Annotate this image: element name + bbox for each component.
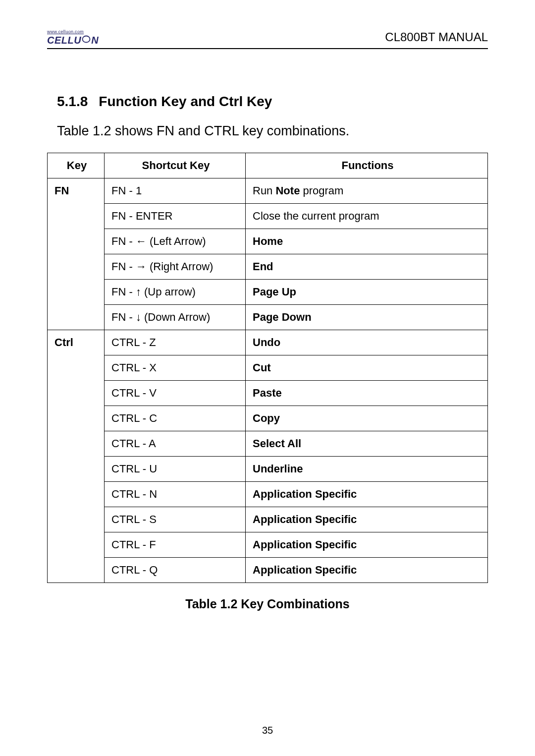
header-shortcut: Shortcut Key <box>105 153 246 178</box>
func-bold: Note <box>275 184 300 197</box>
function-cell: Application Specific <box>246 507 488 532</box>
function-cell: Application Specific <box>246 482 488 507</box>
page-header: www.celluon.com CELLU N CL800BT MANUAL <box>47 30 488 49</box>
shortcut-cell: FN - ↑ (Up arrow) <box>105 280 246 305</box>
func-bold: Home <box>253 235 283 247</box>
func-bold: Copy <box>253 412 280 424</box>
logo-text-right: N <box>91 35 99 45</box>
key-cell-fn: FN <box>48 178 105 330</box>
table-caption: Table 1.2 Key Combinations <box>47 597 488 611</box>
shortcut-cell: CTRL - N <box>105 482 246 507</box>
table-row: FN - ENTER Close the current program <box>48 204 488 229</box>
table-row: CTRL - A Select All <box>48 431 488 457</box>
shortcut-cell: CTRL - X <box>105 355 246 381</box>
section-heading: 5.1.8Function Key and Ctrl Key <box>57 94 488 110</box>
content: 5.1.8Function Key and Ctrl Key Table 1.2… <box>47 94 488 611</box>
function-cell: Application Specific <box>246 558 488 583</box>
page-number: 35 <box>0 725 535 736</box>
header-functions: Functions <box>246 153 488 178</box>
svg-point-0 <box>83 36 90 43</box>
shortcut-cell: CTRL - A <box>105 431 246 457</box>
logo-ring-icon <box>82 35 91 45</box>
table-row: FN FN - 1 Run Note program <box>48 178 488 204</box>
func-text: program <box>300 184 343 197</box>
table-row: FN - ← (Left Arrow) Home <box>48 229 488 254</box>
section-title: Function Key and Ctrl Key <box>99 94 272 109</box>
table-row: FN - ↓ (Down Arrow) Page Down <box>48 305 488 330</box>
table-row: CTRL - V Paste <box>48 381 488 406</box>
function-cell: Close the current program <box>246 204 488 229</box>
table-row: CTRL - U Underline <box>48 457 488 482</box>
table-row: CTRL - C Copy <box>48 406 488 431</box>
function-cell: Cut <box>246 355 488 381</box>
func-bold: Application Specific <box>253 538 357 551</box>
function-cell: Home <box>246 229 488 254</box>
func-bold: Cut <box>253 361 271 374</box>
func-bold: End <box>253 260 273 273</box>
function-cell: Paste <box>246 381 488 406</box>
table-row: CTRL - Q Application Specific <box>48 558 488 583</box>
table-row: FN - ↑ (Up arrow) Page Up <box>48 280 488 305</box>
function-cell: Select All <box>246 431 488 457</box>
func-bold: Page Up <box>253 286 296 298</box>
func-bold: Application Specific <box>253 513 357 525</box>
logo-text-left: CELLU <box>47 35 81 45</box>
table-header-row: Key Shortcut Key Functions <box>48 153 488 178</box>
section-intro: Table 1.2 shows FN and CTRL key combinat… <box>57 123 488 139</box>
table-row: CTRL - N Application Specific <box>48 482 488 507</box>
shortcut-cell: FN - ← (Left Arrow) <box>105 229 246 254</box>
func-bold: Undo <box>253 336 280 349</box>
function-cell: Run Note program <box>246 178 488 204</box>
func-bold: Select All <box>253 437 301 450</box>
func-bold: Underline <box>253 463 303 475</box>
shortcut-cell: CTRL - S <box>105 507 246 532</box>
shortcut-cell: CTRL - C <box>105 406 246 431</box>
func-bold: Application Specific <box>253 564 357 576</box>
key-cell-ctrl: Ctrl <box>48 330 105 583</box>
function-cell: Undo <box>246 330 488 355</box>
func-text: Run <box>253 184 275 197</box>
key-combinations-table: Key Shortcut Key Functions FN FN - 1 Run… <box>47 153 488 583</box>
function-cell: Application Specific <box>246 532 488 558</box>
table-row: Ctrl CTRL - Z Undo <box>48 330 488 355</box>
document-title: CL800BT MANUAL <box>385 30 488 45</box>
shortcut-cell: CTRL - Q <box>105 558 246 583</box>
table-row: CTRL - S Application Specific <box>48 507 488 532</box>
func-bold: Page Down <box>253 311 312 323</box>
shortcut-cell: CTRL - F <box>105 532 246 558</box>
header-key: Key <box>48 153 105 178</box>
shortcut-cell: CTRL - U <box>105 457 246 482</box>
section-number: 5.1.8 <box>57 94 88 110</box>
func-bold: Application Specific <box>253 488 357 500</box>
table-row: FN - → (Right Arrow) End <box>48 254 488 280</box>
logo-block: www.celluon.com CELLU N <box>47 30 99 45</box>
shortcut-cell: FN - ENTER <box>105 204 246 229</box>
page: www.celluon.com CELLU N CL800BT MANUAL 5… <box>0 0 535 756</box>
function-cell: Page Up <box>246 280 488 305</box>
logo-brand: CELLU N <box>47 35 99 45</box>
shortcut-cell: FN - ↓ (Down Arrow) <box>105 305 246 330</box>
shortcut-cell: CTRL - Z <box>105 330 246 355</box>
table-row: CTRL - F Application Specific <box>48 532 488 558</box>
logo-url: www.celluon.com <box>47 30 99 34</box>
table-row: CTRL - X Cut <box>48 355 488 381</box>
function-cell: Copy <box>246 406 488 431</box>
func-bold: Paste <box>253 387 282 399</box>
function-cell: Page Down <box>246 305 488 330</box>
shortcut-cell: FN - 1 <box>105 178 246 204</box>
function-cell: Underline <box>246 457 488 482</box>
shortcut-cell: CTRL - V <box>105 381 246 406</box>
shortcut-cell: FN - → (Right Arrow) <box>105 254 246 280</box>
function-cell: End <box>246 254 488 280</box>
